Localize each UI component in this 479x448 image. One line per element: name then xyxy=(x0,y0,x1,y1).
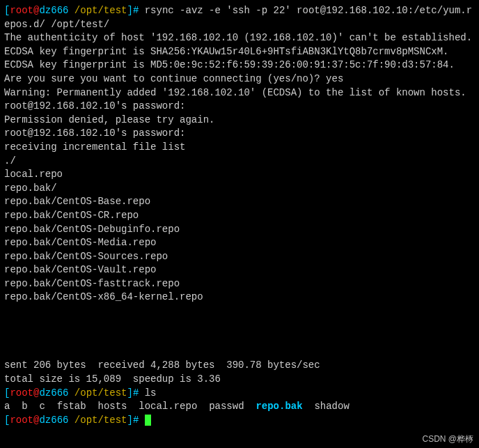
output-line: repo.bak/CentOS-Sources.repo xyxy=(4,251,168,262)
ls-output: a b c fstab hosts local.repo passwd repo… xyxy=(4,401,350,412)
output-line: repo.bak/CentOS-x86_64-kernel.repo xyxy=(4,291,203,302)
prompt-user: root xyxy=(10,387,33,399)
output-line: repo.bak/ xyxy=(4,183,57,194)
output-line: repo.bak/CentOS-Vault.repo xyxy=(4,264,156,275)
terminal-output[interactable]: [root@dz666 /opt/test]# rsync -avz -e 's… xyxy=(4,5,472,426)
output-line: Permission denied, please try again. xyxy=(4,114,214,125)
prompt-user: root xyxy=(10,415,33,426)
output-line: root@192.168.102.10's password: xyxy=(4,128,185,139)
output-line: The authenticity of host '192.168.102.10… xyxy=(4,32,472,43)
prompt-host: dz666 xyxy=(39,415,68,426)
output-line: sent 206 bytes received 4,288 bytes 390.… xyxy=(4,360,320,371)
prompt-user: root xyxy=(10,5,33,16)
prompt-bracket: ] xyxy=(127,5,132,16)
watermark: CSDN @桦㭬 xyxy=(422,433,473,445)
output-line: ./ xyxy=(4,155,16,167)
prompt-bracket: ] xyxy=(127,415,132,426)
directory-entry: repo.bak xyxy=(256,401,302,412)
prompt-bracket: ] xyxy=(127,387,132,399)
output-line: receiving incremental file list xyxy=(4,141,185,153)
output-line: ECDSA key fingerprint is SHA256:YKAUw15r… xyxy=(4,46,449,57)
prompt-host: dz666 xyxy=(39,5,68,16)
prompt-hash: # xyxy=(133,5,139,16)
prompt-host: dz666 xyxy=(39,387,68,399)
prompt-path: /opt/test xyxy=(74,5,127,16)
prompt-path: /opt/test xyxy=(74,387,127,399)
cursor xyxy=(145,415,151,426)
command-text: ls xyxy=(145,387,157,399)
output-line: repo.bak/CentOS-Debuginfo.repo xyxy=(4,224,180,235)
output-line: ECDSA key fingerprint is MD5:0e:9c:52:f6… xyxy=(4,59,455,70)
output-line: repo.bak/CentOS-CR.repo xyxy=(4,210,139,221)
output-line: repo.bak/CentOS-Media.repo xyxy=(4,237,156,248)
output-line: local.repo xyxy=(4,169,63,180)
output-line: total size is 15,089 speedup is 3.36 xyxy=(4,373,221,385)
output-line: repo.bak/CentOS-Base.repo xyxy=(4,196,150,207)
output-line: Warning: Permanently added '192.168.102.… xyxy=(4,87,466,98)
prompt-path: /opt/test xyxy=(74,415,127,426)
prompt-hash: # xyxy=(133,387,139,399)
output-line: repo.bak/CentOS-fasttrack.repo xyxy=(4,278,180,289)
output-line: Are you sure you want to continue connec… xyxy=(4,73,343,84)
prompt-hash: # xyxy=(133,415,139,426)
output-line: root@192.168.102.10's password: xyxy=(4,100,185,111)
